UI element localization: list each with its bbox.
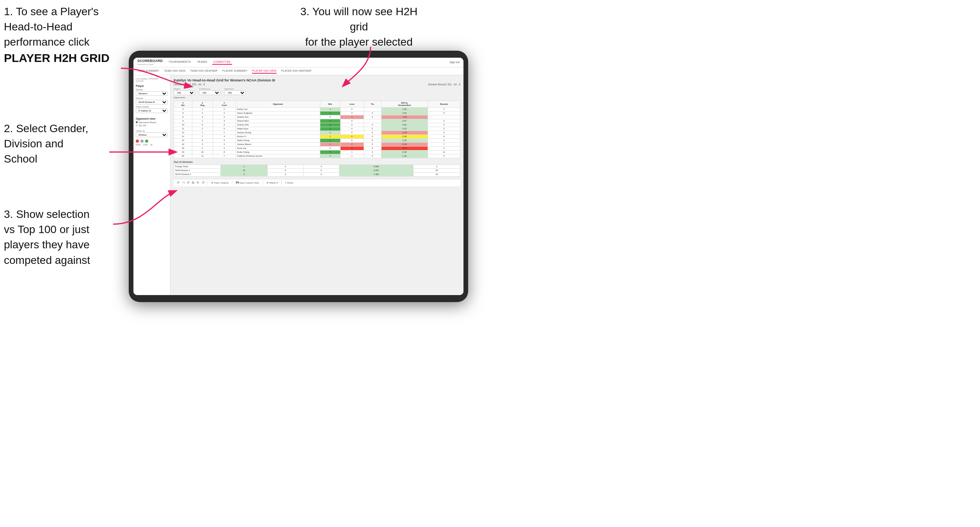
table-row: 14 7 4 Eunice Yi 2 2 0 0.38 9: [174, 134, 460, 138]
td-loss: 2: [340, 134, 364, 138]
sidebar-player-label: Player: [136, 85, 168, 87]
td-loss: 0: [340, 131, 364, 134]
ood-table-row: NAIA Division 1 15 0 0 9.267 30: [174, 168, 460, 172]
td-conf: 1: [213, 107, 236, 111]
td-div: 19: [174, 150, 192, 154]
filter-opponent-label: Opponent: [224, 88, 246, 90]
td-tie: 0: [364, 134, 381, 138]
td-loss: 2: [340, 142, 364, 146]
save-custom-view-btn[interactable]: 💾 Save Custom View: [235, 181, 260, 184]
td-tie: 0: [364, 111, 381, 115]
timer-icon[interactable]: ⏱: [202, 181, 205, 184]
instruction-text-1: 1. To see a Player's Head-to-Head perfor…: [4, 5, 99, 48]
td-tie: 0: [364, 123, 381, 127]
td-win: 2: [320, 131, 341, 134]
sub-nav-team-h2h-heatmap[interactable]: TEAM H2H HEATMAP: [190, 69, 217, 74]
table-row: 13 1 1 Jessica Huang 2 0 0 -3.00 2: [174, 131, 460, 134]
radio-dot-top100: [136, 124, 138, 126]
view-original-btn[interactable]: 👁 View: Original: [210, 181, 230, 184]
sidebar-division-select[interactable]: NCAA Division III: [136, 100, 168, 104]
td-div: 18: [174, 146, 192, 150]
instruction-bold-1: PLAYER H2H GRID: [4, 51, 110, 64]
copy-icon[interactable]: ⧉: [192, 181, 194, 185]
filter-opponent: Opponent (All): [224, 88, 246, 95]
td-diff: 0.30: [381, 150, 428, 154]
out-of-division-label: Out of division: [174, 161, 460, 163]
td-loss: 0: [340, 127, 364, 131]
table-row: 19 10 6 Emily Chang 4 1 0 0.30 11: [174, 150, 460, 154]
td-reg: 7: [192, 134, 213, 138]
td-loss: 0: [340, 111, 364, 115]
redo2-icon[interactable]: ↻: [197, 181, 199, 184]
nav-sign-out[interactable]: Sign out: [449, 61, 460, 64]
td-win: 0: [320, 146, 341, 150]
filter-opponent-select[interactable]: (All): [224, 90, 246, 95]
sub-nav-team-summary[interactable]: TEAM SUMMARY: [137, 69, 160, 74]
instruction-1: 1. To see a Player's Head-to-Head perfor…: [4, 4, 125, 66]
td-diff: -1.00: [381, 115, 428, 119]
ood-td-win: 15: [221, 168, 268, 172]
td-loss: 2: [340, 146, 364, 150]
td-reg: 6: [192, 123, 213, 127]
opponents-label: Opponents:: [174, 96, 460, 99]
filter-conference-select[interactable]: (All): [199, 90, 220, 95]
td-opponent: Jessica Mason: [236, 142, 320, 146]
td-div: 5: [174, 111, 192, 115]
radio-top100[interactable]: Top 100: [136, 124, 168, 127]
td-rounds: 4: [428, 107, 460, 111]
undo-icon[interactable]: ↺: [177, 181, 179, 184]
watch-btn[interactable]: 👁 Watch ▾: [265, 181, 279, 184]
radio-opponents-played[interactable]: Opponents Played: [136, 121, 168, 124]
undo2-icon[interactable]: ↺: [187, 181, 190, 184]
td-conf: 4: [213, 142, 236, 146]
td-loss: 0: [340, 138, 364, 142]
td-diff: -0.94: [381, 142, 428, 146]
colour-by-select[interactable]: Win/loss: [136, 133, 168, 137]
td-conf: 2: [213, 146, 236, 150]
overall-record: Overall Record: 353 - 34 - 6: [174, 83, 205, 86]
td-conf: 7: [213, 154, 236, 158]
content-area: Katelyn Vo Head-to-Head Grid for Women's…: [170, 75, 463, 295]
td-diff: 4.00: [381, 111, 428, 115]
redo-icon[interactable]: ⊣: [182, 181, 185, 184]
ood-td-diff: 9.267: [339, 168, 414, 172]
radio-group: Opponents Played Top 100: [136, 121, 168, 127]
td-tie: 0: [364, 150, 381, 154]
sub-nav-team-h2h-grid[interactable]: TEAM H2H GRID: [164, 69, 186, 74]
share-btn[interactable]: ⤴ Share: [284, 181, 295, 184]
td-loss: 1: [340, 154, 364, 158]
td-tie: 0: [364, 154, 381, 158]
td-conf: 2: [213, 111, 236, 115]
filter-region-select[interactable]: (All): [174, 90, 195, 95]
td-div: 20: [174, 154, 192, 158]
td-div: 16: [174, 142, 192, 146]
td-div: 15: [174, 138, 192, 142]
filter-section: Region (All) Conference (All): [174, 88, 460, 99]
nav-tournaments[interactable]: TOURNAMENTS: [167, 60, 192, 65]
sub-nav-player-summary[interactable]: PLAYER SUMMARY: [222, 69, 247, 74]
th-div: #Div: [174, 101, 192, 107]
td-div: 3: [174, 107, 192, 111]
td-div: 10: [174, 123, 192, 127]
td-opponent: Andrea York: [236, 123, 320, 127]
out-of-division-table: Foreign Team 1 0 0 4.500 2 NAIA Division…: [174, 164, 460, 177]
nav-teams[interactable]: TEAMS: [196, 60, 208, 65]
td-rounds: 11: [428, 150, 460, 154]
record-row: Overall Record: 353 - 34 - 6 Division Re…: [174, 83, 460, 86]
td-div: 11: [174, 127, 192, 131]
td-win: 1: [320, 142, 341, 146]
sub-nav-player-h2h-grid[interactable]: PLAYER H2H GRID: [252, 69, 277, 74]
td-reg: 1: [192, 107, 213, 111]
sub-nav-player-h2h-heatmap[interactable]: PLAYER H2H HEATMAP: [281, 69, 312, 74]
td-opponent: Federica Domecq Lacroze: [236, 154, 320, 158]
sidebar-gender-select[interactable]: Women's: [136, 91, 168, 96]
th-loss: Loss: [340, 101, 364, 107]
brand-name: SCOREBOARD: [137, 59, 163, 63]
bottom-toolbar: ↺ ⊣ ↺ ⧉ ↻ ⏱ 👁 View: Original 💾 Save Cust…: [174, 179, 460, 186]
td-reg: 1: [192, 131, 213, 134]
nav-committee[interactable]: COMMITTEE: [212, 60, 232, 65]
td-opponent: Jessica Huang: [236, 131, 320, 134]
ood-table-row: Foreign Team 1 0 0 4.500 2: [174, 164, 460, 168]
sidebar-player-rank-select[interactable]: 8. Katelyn Vo: [136, 108, 168, 113]
toolbar-sep-3: [263, 180, 263, 185]
